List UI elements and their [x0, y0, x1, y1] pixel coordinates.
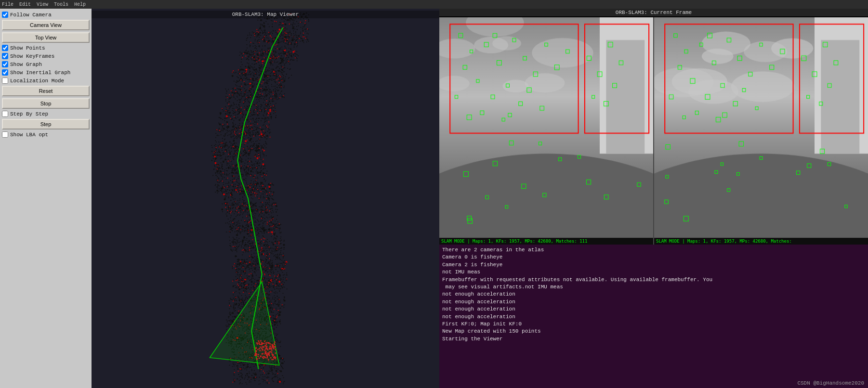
follow-camera-checkbox[interactable] [2, 12, 8, 18]
show-lba-opt-row[interactable]: Show LBA opt [2, 131, 90, 138]
terminal-line: First KF:0; Map init KF:0 [442, 321, 865, 328]
follow-camera-label: Follow Camera [10, 12, 52, 18]
terminal-line: There are 2 cameras in the atlas [442, 246, 865, 254]
map-viewer: ORB-SLAM3: Map Viewer [92, 9, 439, 388]
show-keyframes-label: Show KeyFrames [10, 53, 54, 59]
step-by-step-label: Step By Step [10, 111, 48, 117]
top-bar: File Edit View Tools Help [0, 0, 868, 9]
step-by-step-row[interactable]: Step By Step [2, 111, 90, 117]
camera-2-status: SLAM MODE | Maps: 1, KFs: 1957, MPs: 426… [654, 238, 868, 245]
localization-mode-label: Localization Mode [10, 78, 64, 84]
show-points-row[interactable]: Show Points [2, 45, 90, 51]
show-inertial-graph-checkbox[interactable] [2, 69, 8, 76]
follow-camera-row[interactable]: Follow Camera [2, 12, 90, 18]
terminal-line: may see visual artifacts.not IMU meas [442, 284, 865, 291]
current-frame-area: ORB-SLAM3: Current Frame SLAM MODE | Map… [439, 9, 868, 245]
step-button[interactable]: Step [2, 119, 90, 129]
terminal-lines: There are 2 cameras in the atlasCamera 0… [442, 246, 865, 343]
step-by-step-checkbox[interactable] [2, 111, 8, 117]
show-points-checkbox[interactable] [2, 45, 8, 51]
show-lba-opt-checkbox[interactable] [2, 131, 8, 138]
terminal-line: not enough acceleration [442, 313, 865, 321]
cameras-container: SLAM MODE | Maps: 1, KFs: 1957, MPs: 426… [439, 9, 868, 245]
top-view-button[interactable]: Top View [2, 32, 90, 43]
terminal: There are 2 cameras in the atlasCamera 0… [439, 245, 868, 388]
camera-view-2: SLAM MODE | Maps: 1, KFs: 1957, MPs: 426… [654, 17, 868, 245]
localization-mode-checkbox[interactable] [2, 78, 8, 84]
camera-0-canvas [439, 17, 653, 245]
topbar-edit[interactable]: Edit [19, 2, 31, 7]
show-points-label: Show Points [10, 45, 45, 51]
terminal-line: not IMU meas [442, 269, 865, 276]
topbar-file[interactable]: File [2, 2, 13, 7]
localization-mode-row[interactable]: Localization Mode [2, 78, 90, 84]
terminal-line: not enough acceleration [442, 306, 865, 313]
left-panel: Follow Camera Camera View Top View Show … [0, 9, 92, 388]
topbar-tools[interactable]: Tools [54, 2, 68, 7]
terminal-line: not enough acceleration [442, 298, 865, 306]
show-inertial-graph-label: Show Inertial Graph [10, 70, 70, 76]
show-keyframes-checkbox[interactable] [2, 53, 8, 59]
stop-button[interactable]: Stop [2, 98, 90, 109]
current-frame-title: ORB-SLAM3: Current Frame [439, 9, 868, 16]
show-keyframes-row[interactable]: Show KeyFrames [2, 53, 90, 59]
reset-button[interactable]: Reset [2, 86, 90, 96]
terminal-line: not enough acceleration [442, 291, 865, 298]
topbar-view[interactable]: View [37, 2, 48, 7]
right-panels: ORB-SLAM3: Current Frame SLAM MODE | Map… [439, 9, 868, 388]
terminal-line: Camera 0 is fisheye [442, 254, 865, 261]
camera-view-button[interactable]: Camera View [2, 20, 90, 30]
terminal-line: New Map created with 150 points [442, 328, 865, 335]
terminal-watermark: CSDN @BigHandsome2020 [797, 380, 864, 386]
show-lba-opt-label: Show LBA opt [10, 132, 48, 138]
show-inertial-graph-row[interactable]: Show Inertial Graph [2, 69, 90, 76]
map-viewer-title: ORB-SLAM3: Map Viewer [92, 11, 439, 18]
map-canvas [92, 9, 439, 388]
terminal-line: Framebuffer with requested attributes no… [442, 276, 865, 284]
topbar-help[interactable]: Help [74, 2, 86, 7]
camera-0-status: SLAM MODE | Maps: 1, KFs: 1957, MPs: 426… [439, 238, 653, 245]
camera-2-canvas [654, 17, 868, 245]
show-graph-label: Show Graph [10, 62, 42, 67]
main-content: Follow Camera Camera View Top View Show … [0, 9, 868, 388]
terminal-line: Starting the Viewer [442, 336, 865, 343]
camera-view-0: SLAM MODE | Maps: 1, KFs: 1957, MPs: 426… [439, 17, 653, 245]
terminal-line: Camera 2 is fisheye [442, 261, 865, 269]
show-graph-checkbox[interactable] [2, 61, 8, 67]
show-graph-row[interactable]: Show Graph [2, 61, 90, 67]
